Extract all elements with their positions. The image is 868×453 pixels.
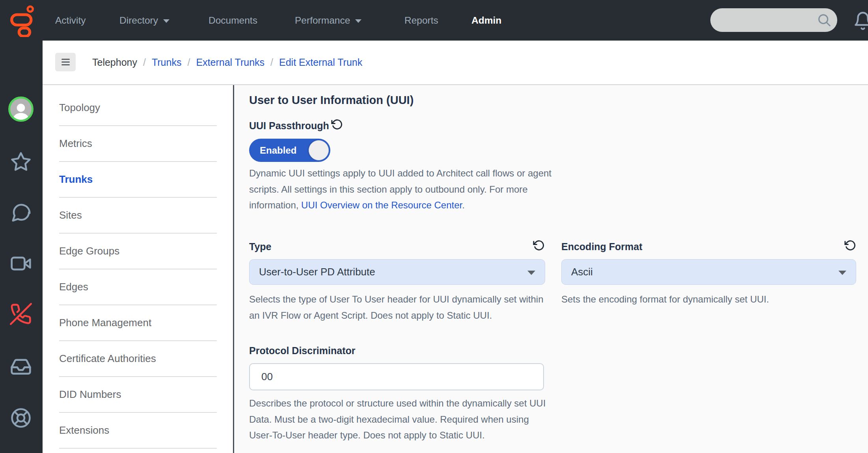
breadcrumb: Telephony / Trunks / External Trunks / E…: [92, 41, 362, 84]
menu-item-trunks[interactable]: Trunks: [59, 162, 217, 198]
menu-toggle-button[interactable]: [55, 53, 76, 71]
top-nav: Activity Directory Documents Performance…: [0, 0, 868, 41]
chevron-down-icon: [355, 19, 361, 23]
uui-description-period: .: [462, 200, 465, 210]
breadcrumb-root: Telephony: [92, 57, 137, 68]
menu-item-extensions[interactable]: Extensions: [59, 413, 217, 449]
type-select[interactable]: User-to-User PD Attribute: [249, 259, 545, 285]
encoding-format-select-value: Ascii: [571, 260, 593, 284]
left-rail: [0, 41, 43, 453]
favorites-star-icon[interactable]: [10, 151, 32, 173]
search-input[interactable]: [710, 8, 837, 32]
uui-passthrough-toggle[interactable]: Enabled: [249, 139, 330, 162]
encoding-format-select[interactable]: Ascii: [561, 259, 856, 285]
phone-off-icon[interactable]: [10, 303, 32, 325]
menu-content-divider: [233, 85, 234, 453]
nav-performance-label: Performance: [295, 15, 350, 26]
nav-performance[interactable]: Performance: [295, 0, 361, 41]
breadcrumb-link-external-trunks[interactable]: External Trunks: [196, 57, 264, 68]
type-help-text: Selects the type of User To User header …: [249, 291, 552, 323]
toggle-knob: [309, 140, 329, 160]
nav-admin[interactable]: Admin: [471, 0, 501, 41]
menu-item-metrics[interactable]: Metrics: [59, 126, 217, 162]
nav-activity[interactable]: Activity: [55, 0, 86, 41]
encoding-format-help-text: Sets the encoding format for dynamically…: [561, 291, 864, 308]
nav-documents[interactable]: Documents: [209, 0, 257, 41]
page-title: User to User Information (UUI): [249, 94, 414, 107]
nav-reports-label: Reports: [404, 15, 438, 26]
nav-documents-label: Documents: [209, 15, 257, 26]
life-buoy-icon[interactable]: [10, 407, 32, 429]
menu-item-edge-groups[interactable]: Edge Groups: [59, 234, 217, 269]
breadcrumb-separator: /: [187, 57, 190, 68]
protocol-discriminator-help-text: Describes the protocol or structure used…: [249, 395, 555, 444]
protocol-discriminator-label: Protocol Discriminator: [249, 345, 356, 356]
reset-icon[interactable]: [533, 239, 545, 251]
chat-bubble-icon[interactable]: [10, 202, 32, 223]
chevron-down-icon: [527, 271, 535, 275]
menu-item-certificate-authorities[interactable]: Certificate Authorities: [59, 341, 217, 377]
breadcrumb-bar: Telephony / Trunks / External Trunks / E…: [43, 41, 868, 85]
screen: Activity Directory Documents Performance…: [0, 0, 868, 453]
menu-item-phone-management[interactable]: Phone Management: [59, 305, 217, 341]
reset-icon[interactable]: [331, 119, 343, 130]
nav-directory[interactable]: Directory: [119, 0, 170, 41]
nav-admin-label: Admin: [471, 15, 501, 26]
menu-item-topology[interactable]: Topology: [59, 90, 217, 126]
breadcrumb-separator: /: [143, 57, 146, 68]
encoding-format-label: Encoding Format: [561, 241, 643, 252]
protocol-discriminator-input[interactable]: [249, 363, 544, 390]
global-search: [710, 8, 837, 32]
breadcrumb-link-trunks[interactable]: Trunks: [152, 57, 181, 68]
nav-activity-label: Activity: [55, 15, 86, 26]
chevron-down-icon: [163, 19, 170, 23]
nav-directory-label: Directory: [119, 15, 158, 26]
menu-item-edges[interactable]: Edges: [59, 269, 217, 305]
nav-reports[interactable]: Reports: [404, 0, 438, 41]
breadcrumb-separator: /: [270, 57, 273, 68]
genesys-logo-icon[interactable]: [9, 4, 36, 36]
user-avatar[interactable]: [8, 97, 34, 122]
type-select-value: User-to-User PD Attribute: [259, 260, 375, 284]
type-label: Type: [249, 241, 272, 252]
menu-item-sites[interactable]: Sites: [59, 198, 217, 234]
breadcrumb-link-edit-external-trunk[interactable]: Edit External Trunk: [279, 57, 362, 68]
uui-passthrough-label: UUI Passthrough: [249, 120, 329, 132]
toggle-state-label: Enabled: [260, 139, 296, 162]
reset-icon[interactable]: [844, 239, 856, 251]
telephony-settings-menu: Topology Metrics Trunks Sites Edge Group…: [43, 85, 233, 453]
notifications-bell-icon[interactable]: [853, 11, 868, 31]
uui-description: Dynamic UUI settings apply to UUI added …: [249, 165, 553, 214]
chevron-down-icon: [838, 271, 846, 275]
uui-overview-link[interactable]: UUI Overview on the Resource Center: [301, 200, 462, 210]
inbox-tray-icon[interactable]: [10, 355, 32, 377]
video-camera-icon[interactable]: [10, 252, 32, 275]
menu-item-did-numbers[interactable]: DID Numbers: [59, 377, 217, 413]
